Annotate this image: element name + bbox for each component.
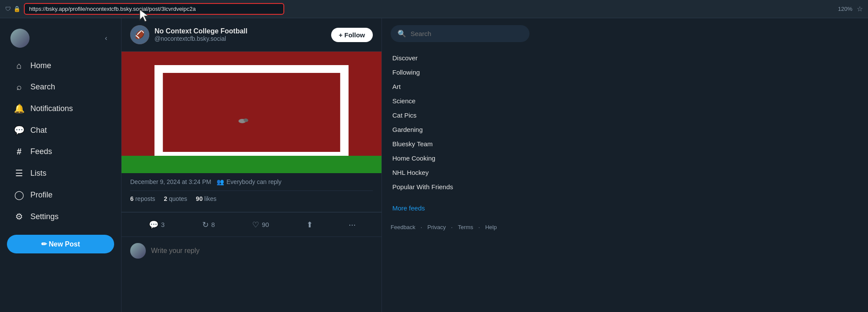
lock-icon: 🔒 <box>13 6 20 12</box>
left-sidebar: ‹ ⌂ Home ⌕ Search 🔔 Notifications 💬 Chat… <box>0 18 122 312</box>
nav-profile[interactable]: ◯ Profile <box>3 184 118 205</box>
nav-notifications-label: Notifications <box>30 104 73 113</box>
app-layout: ‹ ⌂ Home ⌕ Search 🔔 Notifications 💬 Chat… <box>0 18 868 312</box>
like-count: 90 <box>262 221 269 228</box>
home-icon: ⌂ <box>14 61 24 71</box>
nav-search-label: Search <box>30 82 55 92</box>
post-stats: 6 reposts 2 quotes 90 likes <box>130 190 373 207</box>
feeds-icon: # <box>14 147 24 157</box>
repost-count: 8 <box>211 221 215 228</box>
browser-right-controls: 120% ☆ <box>838 5 863 13</box>
nav-search[interactable]: ⌕ Search <box>3 77 118 97</box>
more-options-button[interactable]: ··· <box>345 216 359 233</box>
repost-icon: ↻ <box>202 220 209 230</box>
terms-link[interactable]: Terms <box>458 224 473 230</box>
browser-chrome: 🛡 🔒 120% ☆ <box>0 0 868 18</box>
search-bar-icon: 🔍 <box>398 30 406 38</box>
chat-icon: 💬 <box>14 125 24 135</box>
nav-notifications[interactable]: 🔔 Notifications <box>3 98 118 119</box>
user-avatar[interactable] <box>10 29 30 48</box>
post-author-avatar[interactable]: 🏈 <box>130 25 149 44</box>
zoom-level: 120% <box>838 6 852 12</box>
repost-button[interactable]: ↻ 8 <box>197 217 220 233</box>
nav-settings-label: Settings <box>30 212 59 221</box>
post-header: 🏈 No Context College Football @nocontext… <box>122 18 381 52</box>
like-button[interactable]: ♡ 90 <box>247 217 274 233</box>
reply-button[interactable]: 💬 3 <box>144 217 170 233</box>
share-button[interactable]: ⬆ <box>301 217 318 233</box>
nav-chat[interactable]: 💬 Chat <box>3 120 118 141</box>
follow-button[interactable]: + Follow <box>331 28 373 42</box>
feed-science[interactable]: Science <box>391 94 529 108</box>
feed-bluesky-team[interactable]: Bluesky Team <box>391 137 529 151</box>
post-user-info: No Context College Football @nocontextcf… <box>155 27 326 42</box>
nav-feeds[interactable]: # Feeds <box>3 141 118 162</box>
reply-icon: 💬 <box>149 220 158 230</box>
feed-cat-pics[interactable]: Cat Pics <box>391 108 529 122</box>
lists-icon: ☰ <box>14 168 24 178</box>
reply-input[interactable] <box>151 247 373 255</box>
reply-setting: 👥 Everybody can reply <box>217 178 282 185</box>
reply-composer <box>122 237 381 265</box>
more-feeds-link[interactable]: More feeds <box>391 201 529 215</box>
likes-count[interactable]: 90 likes <box>196 195 216 202</box>
nav-feeds-label: Feeds <box>30 147 52 156</box>
reply-user-avatar <box>130 243 146 259</box>
nav-profile-label: Profile <box>30 190 53 200</box>
feed-popular-with-friends[interactable]: Popular With Friends <box>391 180 529 194</box>
post-username[interactable]: No Context College Football <box>155 27 326 35</box>
feed-discover[interactable]: Discover <box>391 51 529 65</box>
avatar-area: ‹ <box>0 25 121 55</box>
nav-home[interactable]: ⌂ Home <box>3 56 118 76</box>
feed-gardening[interactable]: Gardening <box>391 122 529 137</box>
feed-art[interactable]: Art <box>391 79 529 94</box>
nav-settings[interactable]: ⚙ Settings <box>3 206 118 227</box>
feedback-link[interactable]: Feedback <box>391 224 415 230</box>
post-handle: @nocontextcfb.bsky.social <box>155 35 326 42</box>
collapse-sidebar-button[interactable]: ‹ <box>102 33 111 44</box>
search-input[interactable] <box>411 30 523 37</box>
feed-nhl-hockey[interactable]: NHL Hockey <box>391 165 529 180</box>
privacy-link[interactable]: Privacy <box>427 224 446 230</box>
nav-lists[interactable]: ☰ Lists <box>3 163 118 184</box>
post-actions: 💬 3 ↻ 8 ♡ 90 ⬆ ··· <box>122 212 381 237</box>
nav-chat-label: Chat <box>30 126 47 135</box>
settings-icon: ⚙ <box>14 211 24 222</box>
shield-icon: 🛡 <box>5 6 11 12</box>
post-meta: December 9, 2024 at 3:24 PM 👥 Everybody … <box>122 173 381 212</box>
post-image <box>122 52 381 173</box>
right-sidebar: 🔍 Discover Following Art Science Cat Pic… <box>382 18 538 312</box>
search-icon: ⌕ <box>14 82 24 92</box>
feeds-list: Discover Following Art Science Cat Pics … <box>391 51 529 194</box>
feed-following[interactable]: Following <box>391 65 529 79</box>
main-nav: ⌂ Home ⌕ Search 🔔 Notifications 💬 Chat #… <box>0 55 121 228</box>
browser-security-icons: 🛡 🔒 <box>5 6 20 12</box>
post-timestamp: December 9, 2024 at 3:24 PM 👥 Everybody … <box>130 178 373 185</box>
reply-count: 3 <box>161 221 164 228</box>
search-bar[interactable]: 🔍 <box>391 25 529 42</box>
nav-home-label: Home <box>30 61 51 70</box>
footer-links: Feedback · Privacy · Terms · Help <box>391 224 529 230</box>
main-content: 🏈 No Context College Football @nocontext… <box>122 18 382 312</box>
new-post-button[interactable]: ✏ New Post <box>7 235 114 253</box>
help-link[interactable]: Help <box>485 224 497 230</box>
bookmark-icon[interactable]: ☆ <box>857 5 863 13</box>
reposts-count[interactable]: 6 reposts <box>130 195 155 202</box>
address-bar[interactable] <box>24 3 284 15</box>
heart-icon: ♡ <box>252 220 259 230</box>
feed-home-cooking[interactable]: Home Cooking <box>391 151 529 165</box>
svg-text:🏈: 🏈 <box>135 30 145 39</box>
nav-lists-label: Lists <box>30 169 46 178</box>
share-icon: ⬆ <box>306 220 313 230</box>
bell-icon: 🔔 <box>14 103 24 114</box>
quotes-count[interactable]: 2 quotes <box>164 195 187 202</box>
profile-icon: ◯ <box>14 190 24 200</box>
